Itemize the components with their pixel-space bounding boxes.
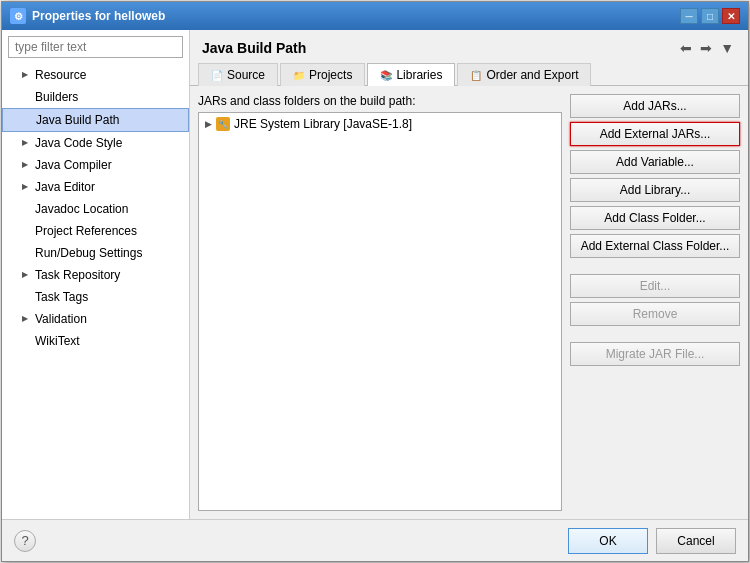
- cancel-button[interactable]: Cancel: [656, 528, 736, 554]
- content-body: JARs and class folders on the build path…: [190, 86, 748, 519]
- expand-arrow: ▶: [22, 310, 32, 328]
- button-spacer: [570, 262, 740, 270]
- remove-button[interactable]: Remove: [570, 302, 740, 326]
- tab-source[interactable]: 📄 Source: [198, 63, 278, 86]
- main-header: Java Build Path ⬅ ➡ ▼: [190, 30, 748, 62]
- expand-arrow: ▶: [22, 178, 32, 196]
- maximize-button[interactable]: □: [701, 8, 719, 24]
- tab-libraries-label: Libraries: [396, 68, 442, 82]
- tab-projects[interactable]: 📁 Projects: [280, 63, 365, 86]
- list-item[interactable]: ▶ 🔧 JRE System Library [JavaSE-1.8]: [201, 115, 559, 133]
- add-jars-button[interactable]: Add JARs...: [570, 94, 740, 118]
- tab-order-export[interactable]: 📋 Order and Export: [457, 63, 591, 86]
- add-external-jars-button[interactable]: Add External JARs...: [570, 122, 740, 146]
- title-bar-left: ⚙ Properties for helloweb: [10, 8, 165, 24]
- sidebar-item-label: WikiText: [35, 332, 80, 350]
- expand-arrow: ▶: [22, 134, 32, 152]
- nav-dropdown-button[interactable]: ▼: [718, 38, 736, 58]
- order-tab-icon: 📋: [470, 70, 482, 81]
- footer: ? OK Cancel: [2, 519, 748, 561]
- title-controls: ─ □ ✕: [680, 8, 740, 24]
- sidebar-item-task-repository[interactable]: ▶ Task Repository: [2, 264, 189, 286]
- nav-arrows: ⬅ ➡ ▼: [678, 38, 736, 58]
- tab-libraries[interactable]: 📚 Libraries: [367, 63, 455, 86]
- sidebar-item-wikitext[interactable]: WikiText: [2, 330, 189, 352]
- sidebar-item-label: Run/Debug Settings: [35, 244, 142, 262]
- expand-arrow: ▶: [22, 266, 32, 284]
- list-item-arrow: ▶: [205, 119, 212, 129]
- dialog-title: Properties for helloweb: [32, 9, 165, 23]
- page-title: Java Build Path: [202, 40, 306, 56]
- sidebar-item-builders[interactable]: Builders: [2, 86, 189, 108]
- sidebar-item-label: Validation: [35, 310, 87, 328]
- help-button[interactable]: ?: [14, 530, 36, 552]
- nav-forward-button[interactable]: ➡: [698, 38, 714, 58]
- tab-source-label: Source: [227, 68, 265, 82]
- tab-projects-label: Projects: [309, 68, 352, 82]
- add-external-class-folder-button[interactable]: Add External Class Folder...: [570, 234, 740, 258]
- jre-icon: 🔧: [216, 117, 230, 131]
- sidebar-item-label: Project References: [35, 222, 137, 240]
- expand-arrow: ▶: [22, 66, 32, 84]
- projects-tab-icon: 📁: [293, 70, 305, 81]
- sidebar: ▶ Resource Builders Java Build Path ▶ Ja…: [2, 30, 190, 519]
- sidebar-item-label: Java Compiler: [35, 156, 112, 174]
- sidebar-item-task-tags[interactable]: Task Tags: [2, 286, 189, 308]
- sidebar-item-javadoc-location[interactable]: Javadoc Location: [2, 198, 189, 220]
- minimize-button[interactable]: ─: [680, 8, 698, 24]
- button-spacer2: [570, 330, 740, 338]
- sidebar-item-label: Java Editor: [35, 178, 95, 196]
- main-panel: Java Build Path ⬅ ➡ ▼ 📄 Source 📁 Project…: [190, 30, 748, 519]
- tree-area: ▶ Resource Builders Java Build Path ▶ Ja…: [2, 64, 189, 519]
- sidebar-item-label: Task Tags: [35, 288, 88, 306]
- sidebar-item-label: Resource: [35, 66, 86, 84]
- content-area: ▶ Resource Builders Java Build Path ▶ Ja…: [2, 30, 748, 519]
- sidebar-item-project-references[interactable]: Project References: [2, 220, 189, 242]
- close-button[interactable]: ✕: [722, 8, 740, 24]
- libraries-list[interactable]: ▶ 🔧 JRE System Library [JavaSE-1.8]: [198, 112, 562, 511]
- sidebar-item-label: Task Repository: [35, 266, 120, 284]
- footer-right: OK Cancel: [568, 528, 736, 554]
- tabs-bar: 📄 Source 📁 Projects 📚 Libraries 📋 Order …: [190, 62, 748, 86]
- expand-arrow: ▶: [22, 156, 32, 174]
- dialog-icon: ⚙: [10, 8, 26, 24]
- sidebar-item-label: Java Code Style: [35, 134, 122, 152]
- title-bar: ⚙ Properties for helloweb ─ □ ✕: [2, 2, 748, 30]
- nav-back-button[interactable]: ⬅: [678, 38, 694, 58]
- libraries-tab-icon: 📚: [380, 70, 392, 81]
- list-label: JARs and class folders on the build path…: [198, 94, 562, 108]
- sidebar-item-java-editor[interactable]: ▶ Java Editor: [2, 176, 189, 198]
- filter-input[interactable]: [8, 36, 183, 58]
- edit-button[interactable]: Edit...: [570, 274, 740, 298]
- sidebar-item-java-code-style[interactable]: ▶ Java Code Style: [2, 132, 189, 154]
- ok-button[interactable]: OK: [568, 528, 648, 554]
- sidebar-item-label: Javadoc Location: [35, 200, 128, 218]
- sidebar-item-java-build-path[interactable]: Java Build Path: [2, 108, 189, 132]
- sidebar-item-label: Java Build Path: [36, 111, 119, 129]
- sidebar-item-label: Builders: [35, 88, 78, 106]
- right-panel: Add JARs... Add External JARs... Add Var…: [570, 94, 740, 511]
- add-library-button[interactable]: Add Library...: [570, 178, 740, 202]
- migrate-jar-button[interactable]: Migrate JAR File...: [570, 342, 740, 366]
- sidebar-item-java-compiler[interactable]: ▶ Java Compiler: [2, 154, 189, 176]
- add-class-folder-button[interactable]: Add Class Folder...: [570, 206, 740, 230]
- properties-dialog: ⚙ Properties for helloweb ─ □ ✕ ▶ Resour…: [1, 1, 749, 562]
- source-tab-icon: 📄: [211, 70, 223, 81]
- footer-left: ?: [14, 530, 36, 552]
- sidebar-item-validation[interactable]: ▶ Validation: [2, 308, 189, 330]
- tab-order-label: Order and Export: [486, 68, 578, 82]
- list-item-label: JRE System Library [JavaSE-1.8]: [234, 117, 412, 131]
- left-panel: JARs and class folders on the build path…: [198, 94, 562, 511]
- sidebar-item-run-debug[interactable]: Run/Debug Settings: [2, 242, 189, 264]
- add-variable-button[interactable]: Add Variable...: [570, 150, 740, 174]
- sidebar-item-resource[interactable]: ▶ Resource: [2, 64, 189, 86]
